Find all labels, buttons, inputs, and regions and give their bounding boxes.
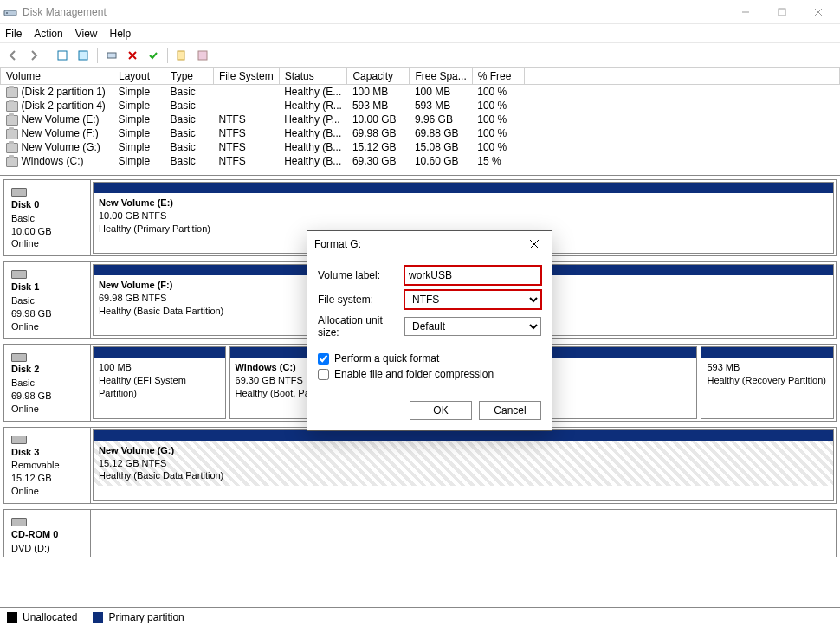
format-dialog: Format G: Volume label: File system: NTF… xyxy=(307,230,552,431)
titlebar: Disk Management xyxy=(0,0,840,24)
disk-icon xyxy=(11,518,27,526)
partition[interactable]: New Volume (G:)15.12 GB NTFSHealthy (Bas… xyxy=(93,429,834,501)
compression-checkbox[interactable]: Enable file and folder compression xyxy=(318,368,541,380)
forward-icon[interactable] xyxy=(24,46,43,65)
allocation-select[interactable]: Default xyxy=(404,317,541,336)
col-fs[interactable]: File System xyxy=(214,68,280,85)
disk-label[interactable]: Disk 0Basic10.00 GBOnline xyxy=(4,180,91,255)
disk-label[interactable]: Disk 1Basic69.98 GBOnline xyxy=(4,262,91,338)
volume-list[interactable]: Volume Layout Type File System Status Ca… xyxy=(0,68,840,176)
volume-icon xyxy=(6,143,18,153)
app-icon xyxy=(3,5,17,19)
volume-icon xyxy=(6,87,18,98)
close-button[interactable] xyxy=(800,0,837,24)
toolbar xyxy=(0,43,840,68)
properties-icon[interactable] xyxy=(74,46,93,65)
disk-icon xyxy=(11,436,27,444)
volume-label-input[interactable] xyxy=(404,266,541,285)
partition[interactable]: 593 MBHealthy (Recovery Partition) xyxy=(701,346,834,418)
disk-icon xyxy=(11,270,27,279)
partition[interactable]: 100 MBHealthy (EFI System Partition) xyxy=(93,346,226,418)
column-headers[interactable]: Volume Layout Type File System Status Ca… xyxy=(1,68,840,85)
volume-label-label: Volume label: xyxy=(318,269,404,281)
col-type[interactable]: Type xyxy=(165,68,214,85)
col-volume[interactable]: Volume xyxy=(1,68,113,85)
menubar: File Action View Help xyxy=(0,24,840,43)
table-row[interactable]: (Disk 2 partition 4)SimpleBasicHealthy (… xyxy=(1,99,840,113)
disk-label[interactable]: Disk 3Removable15.12 GBOnline xyxy=(4,428,91,503)
col-status[interactable]: Status xyxy=(279,68,347,85)
table-row[interactable]: New Volume (F:)SimpleBasicNTFSHealthy (B… xyxy=(1,126,840,140)
table-row[interactable]: Windows (C:)SimpleBasicNTFSHealthy (B...… xyxy=(1,154,840,168)
volume-icon xyxy=(6,129,18,139)
table-row[interactable]: (Disk 2 partition 1)SimpleBasicHealthy (… xyxy=(1,85,840,100)
window-title: Disk Management xyxy=(23,6,727,18)
settings-icon[interactable] xyxy=(193,46,212,65)
svg-rect-3 xyxy=(779,9,785,16)
legend: Unallocated Primary partition xyxy=(0,607,840,626)
compression-input[interactable] xyxy=(318,369,329,380)
check-icon[interactable] xyxy=(144,46,163,65)
menu-view[interactable]: View xyxy=(75,28,98,40)
refresh-icon[interactable] xyxy=(53,46,72,65)
legend-primary: Primary partition xyxy=(108,611,184,623)
back-icon[interactable] xyxy=(3,46,23,65)
note-icon[interactable] xyxy=(172,46,191,65)
disk-row[interactable]: CD-ROM 0DVD (D:)No Media xyxy=(3,509,837,557)
menu-file[interactable]: File xyxy=(5,28,22,40)
svg-rect-8 xyxy=(107,53,116,58)
svg-rect-12 xyxy=(198,51,207,60)
ok-button[interactable]: OK xyxy=(410,401,472,420)
disk-label[interactable]: CD-ROM 0DVD (D:)No Media xyxy=(4,510,91,557)
maximize-button[interactable] xyxy=(764,0,800,24)
menu-help[interactable]: Help xyxy=(110,28,132,40)
legend-unallocated: Unallocated xyxy=(23,611,77,623)
table-row[interactable]: New Volume (E:)SimpleBasicNTFSHealthy (P… xyxy=(1,113,840,126)
cancel-button[interactable]: Cancel xyxy=(479,401,541,420)
col-free[interactable]: Free Spa... xyxy=(410,68,472,85)
dialog-close-button[interactable] xyxy=(524,234,545,255)
quick-format-input[interactable] xyxy=(318,353,329,365)
col-layout[interactable]: Layout xyxy=(113,68,165,85)
file-system-label: File system: xyxy=(318,294,404,306)
disk-row[interactable]: Disk 3Removable15.12 GBOnlineNew Volume … xyxy=(3,427,837,504)
volume-icon xyxy=(6,115,18,126)
allocation-label: Allocation unit size: xyxy=(318,314,404,339)
file-system-select[interactable]: NTFS xyxy=(404,290,541,309)
minimize-button[interactable] xyxy=(727,0,764,24)
table-row[interactable]: New Volume (G:)SimpleBasicNTFSHealthy (B… xyxy=(1,140,840,154)
col-capacity[interactable]: Capacity xyxy=(347,68,410,85)
delete-icon[interactable] xyxy=(123,46,142,65)
quick-format-checkbox[interactable]: Perform a quick format xyxy=(318,352,541,365)
menu-action[interactable]: Action xyxy=(34,28,62,40)
scan-icon[interactable] xyxy=(102,46,121,65)
disk-icon xyxy=(11,188,27,197)
disk-icon xyxy=(11,353,27,362)
volume-icon xyxy=(6,157,18,167)
svg-rect-7 xyxy=(79,51,87,60)
svg-rect-11 xyxy=(178,51,184,60)
dialog-title: Format G: xyxy=(314,238,524,250)
disk-label[interactable]: Disk 2Basic69.98 GBOnline xyxy=(4,345,91,420)
svg-rect-6 xyxy=(58,51,67,60)
col-pctfree[interactable]: % Free xyxy=(472,68,524,85)
svg-point-1 xyxy=(6,12,8,14)
volume-icon xyxy=(6,101,18,112)
